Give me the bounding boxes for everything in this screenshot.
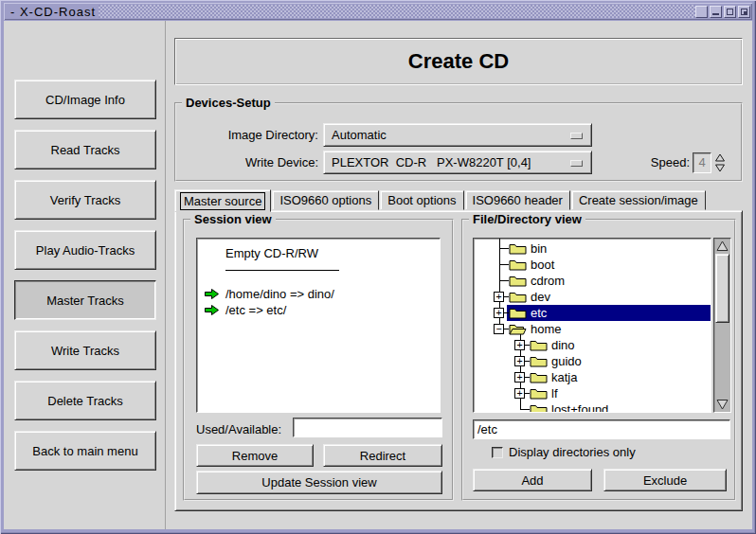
speed-spinner[interactable]: 4 [693,152,711,173]
tree-item-lf[interactable]: +lf [474,385,711,401]
titlebar-blank-button[interactable] [695,6,708,18]
directory-tree[interactable]: binbootcdrom+dev+etc−home+dino+guido+kat… [473,238,711,413]
session-entries: /home/dino => dino//etc => etc/ [204,286,438,318]
image-directory-select[interactable]: Automatic [323,123,592,147]
session-entry[interactable]: /etc => etc/ [204,302,438,318]
tab-iso9660-header[interactable]: ISO9660 header [465,190,570,210]
window-content: CD/Image InfoRead TracksVerify TracksPla… [4,21,752,529]
spinner-arrows-icon[interactable] [714,152,726,173]
session-listbox[interactable]: Empty CD-R/RW /home/dino => dino//etc =>… [196,238,441,413]
speed-label: Speed: [651,155,690,169]
tree-item-label: bin [531,241,547,256]
tab-iso9660-options[interactable]: ISO9660 options [272,190,379,210]
sidebar-button-cd-image-info[interactable]: CD/Image Info [14,80,156,119]
tree-expander-icon[interactable]: + [514,356,525,366]
page-title-frame: Create CD [174,38,743,85]
devices-setup-legend: Devices-Setup [182,96,275,110]
tab-label: ISO9660 header [473,193,563,207]
main-panel: Create CD Devices-Setup Image Directory:… [167,21,752,529]
tab-master-source[interactable]: Master source [174,189,271,212]
tree-item-label: boot [531,258,554,272]
image-directory-value: Automatic [332,128,387,142]
tree-item-bin[interactable]: bin [474,240,711,257]
folder-closed-icon [509,242,527,258]
update-session-view-button[interactable]: Update Session view [196,471,442,494]
folder-closed-icon [530,339,548,354]
image-directory-label: Image Directory: [186,128,318,142]
write-device-label: Write Device: [186,155,318,169]
sidebar-button-back-to-main-menu[interactable]: Back to main menu [14,431,156,471]
titlebar-minimize-button[interactable] [710,6,722,18]
session-entry-label: /home/dino => dino/ [225,287,334,301]
session-view-group: Session view Empty CD-R/RW /home/dino =>… [183,219,454,501]
tree-connector-line [520,409,530,410]
sidebar-button-master-tracks[interactable]: Master Tracks [14,280,156,320]
green-arrow-icon [204,304,220,316]
tree-expander-icon[interactable]: + [494,308,504,318]
display-directories-label: Display directories only [509,445,636,459]
tree-item-label: lost+found [551,402,608,413]
tree-connector-line [499,248,509,249]
session-separator-line [225,270,339,271]
tree-item-cdrom[interactable]: cdrom [474,273,711,289]
sidebar-button-verify-tracks[interactable]: Verify Tracks [14,180,156,220]
tree-item-label: etc [531,306,547,320]
tree-item-home[interactable]: −home [474,321,711,337]
tree-expander-icon[interactable]: + [514,340,525,350]
scroll-up-icon[interactable] [715,240,729,253]
app-window: - X-CD-Roast - CD/Image InfoRead TracksV… [0,0,756,534]
tree-item-dev[interactable]: +dev [474,289,711,305]
session-entry-label: /etc => etc/ [225,303,286,317]
maximize-icon [727,9,733,15]
titlebar-maximize-button[interactable] [724,6,736,18]
sidebar-button-write-tracks[interactable]: Write Tracks [14,330,156,370]
add-button[interactable]: Add [473,469,592,491]
titlebar-restore-button[interactable] [738,6,750,18]
write-device-value: PLEXTOR CD-R PX-W8220T [0,4] [332,155,531,169]
used-available-input[interactable] [293,418,442,437]
tab-create-session-image[interactable]: Create session/image [571,190,706,210]
option-menu-indicator-icon [570,133,583,139]
folder-closed-icon [509,307,527,322]
folder-closed-icon [530,387,548,402]
tab-label: Boot options [387,193,456,207]
tree-item-etc[interactable]: +etc [474,305,711,321]
tree-expander-icon[interactable]: − [494,324,504,334]
tree-item-label: cdrom [531,274,565,288]
write-device-select[interactable]: PLEXTOR CD-R PX-W8220T [0,4] [323,151,592,174]
restore-icon [741,9,747,15]
window-titlebar[interactable]: - X-CD-Roast - [4,3,752,20]
tree-expander-icon[interactable]: + [514,388,525,399]
sidebar-button-read-tracks[interactable]: Read Tracks [14,130,156,169]
file-directory-view-group: File/Directory view binbootcdrom+dev+etc… [461,219,736,501]
scroll-down-icon[interactable] [715,398,729,411]
tree-scrollbar[interactable] [713,238,731,413]
notebook-body: Session view Empty CD-R/RW /home/dino =>… [174,210,743,511]
tree-item-label: dino [551,338,575,352]
tree-connector-line [499,280,509,281]
tree-item-dino[interactable]: +dino [474,337,711,353]
tree-item-boot[interactable]: boot [474,257,711,273]
session-entry[interactable]: /home/dino => dino/ [204,286,438,302]
tab-label: Create session/image [579,193,698,207]
option-menu-indicator-icon [570,160,583,167]
titlebar-buttons [695,5,750,18]
remove-button[interactable]: Remove [196,444,314,467]
tree-item-katja[interactable]: +katja [474,369,711,385]
sidebar-button-play-audio-tracks[interactable]: Play Audio-Tracks [14,230,156,270]
exclude-button[interactable]: Exclude [603,469,727,491]
tree-item-guido[interactable]: +guido [474,353,711,369]
folder-closed-icon [509,275,527,290]
display-directories-checkbox[interactable] [492,447,503,458]
tree-expander-icon[interactable]: + [494,292,504,302]
path-input[interactable] [473,419,730,439]
session-view-legend: Session view [190,212,276,226]
scroll-thumb[interactable] [715,254,729,323]
tree-item-lost-found[interactable]: lost+found [474,401,711,413]
redirect-button[interactable]: Redirect [323,444,442,467]
green-arrow-icon [204,288,220,300]
tree-item-label: home [531,322,562,336]
sidebar-button-delete-tracks[interactable]: Delete Tracks [14,381,156,420]
tree-expander-icon[interactable]: + [514,372,525,383]
tab-boot-options[interactable]: Boot options [380,190,463,210]
